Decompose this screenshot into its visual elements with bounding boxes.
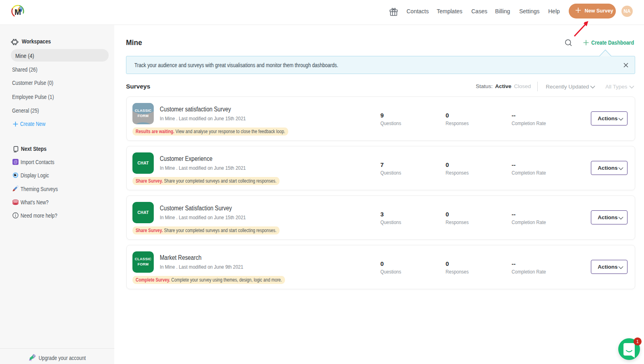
svg-text:M: M — [14, 8, 21, 16]
svg-text:@: @ — [13, 160, 17, 164]
